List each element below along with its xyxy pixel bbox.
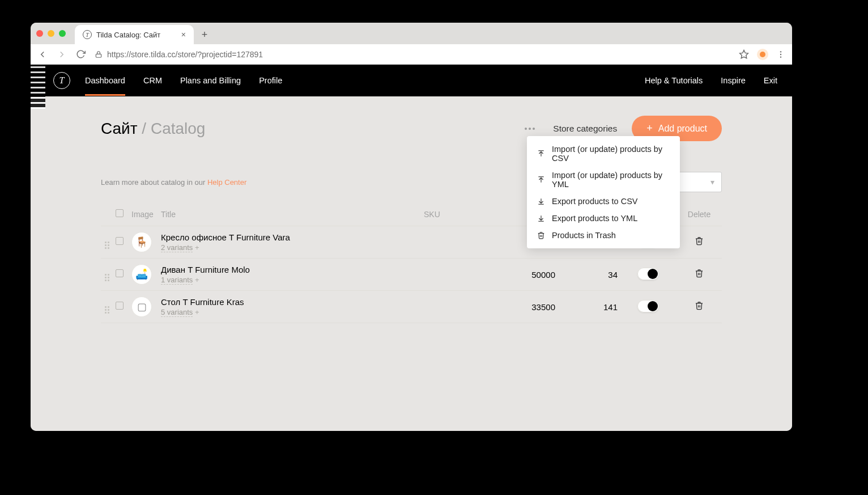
nav-right: Help & Tutorials Inspire Exit	[645, 76, 777, 85]
nav-crm[interactable]: CRM	[143, 66, 162, 95]
svg-point-2	[780, 51, 781, 52]
product-variants[interactable]: 2 variants	[161, 243, 193, 252]
address-bar-right	[739, 49, 785, 60]
nav-plans[interactable]: Plans and Billing	[180, 66, 241, 95]
dd-import-yml[interactable]: Import (or update) products by YML	[527, 167, 680, 193]
window-controls	[36, 23, 75, 44]
help-center-link[interactable]: Help Center	[207, 178, 246, 187]
col-image: Image	[129, 205, 159, 226]
extension-icon[interactable]	[757, 49, 768, 60]
add-variant-icon[interactable]: +	[193, 276, 199, 284]
dd-label: Products in Trash	[552, 231, 616, 240]
learn-prefix: Learn more about catalog in our	[101, 178, 207, 187]
chevron-down-icon: ▾	[710, 177, 714, 187]
product-thumb[interactable]: 🛋️	[131, 264, 152, 285]
product-variants[interactable]: 5 variants	[161, 308, 193, 317]
star-icon[interactable]	[739, 49, 749, 60]
product-price: 33500	[490, 291, 558, 323]
maximize-window-icon[interactable]	[59, 30, 66, 37]
svg-rect-0	[96, 54, 101, 57]
dd-export-yml[interactable]: Export products to YML	[527, 210, 680, 227]
browser-window: T Tilda Catalog: Сайт × + https://store.…	[31, 23, 792, 431]
close-window-icon[interactable]	[36, 30, 43, 37]
address-bar: https://store.tilda.cc/store/?projectid=…	[31, 44, 792, 65]
delete-button[interactable]	[695, 236, 704, 246]
page: Сайт / Catalog Store categories + Add pr…	[31, 96, 792, 323]
product-qty: 141	[558, 291, 620, 323]
url-field[interactable]: https://store.tilda.cc/store/?projectid=…	[95, 50, 730, 59]
col-title: Title	[159, 205, 422, 226]
product-price: 50000	[490, 259, 558, 291]
dd-label: Import (or update) products by YML	[552, 171, 670, 189]
drag-handle[interactable]	[101, 259, 113, 291]
tab-title: Tilda Catalog: Сайт	[96, 31, 160, 39]
row-checkbox[interactable]	[116, 269, 124, 277]
store-categories-link[interactable]: Store categories	[553, 124, 617, 134]
select-all-checkbox[interactable]	[116, 209, 124, 217]
drag-handle[interactable]	[101, 226, 113, 259]
plus-icon: +	[646, 122, 653, 134]
trash-icon	[537, 231, 545, 239]
more-menu-button[interactable]	[521, 124, 538, 133]
add-variant-icon[interactable]: +	[193, 243, 199, 252]
nav-profile[interactable]: Profile	[259, 66, 282, 95]
breadcrumb-section: Catalog	[151, 120, 206, 137]
view-toggle[interactable]	[637, 300, 659, 312]
dd-trash[interactable]: Products in Trash	[527, 227, 680, 244]
learn-more: Learn more about catalog in our Help Cen…	[101, 178, 246, 187]
breadcrumb-site[interactable]: Сайт	[101, 120, 138, 137]
dd-import-csv[interactable]: Import (or update) products by CSV	[527, 141, 680, 167]
product-title[interactable]: Стол T Furniture Kras	[161, 297, 419, 307]
site: T Dashboard CRM Plans and Billing Profil…	[31, 65, 792, 431]
upload-icon	[537, 176, 545, 184]
view-toggle[interactable]	[637, 268, 659, 280]
table-row: 🛋️ Диван T Furniture Molo 1 variants + 5…	[101, 259, 722, 291]
dd-export-csv[interactable]: Export products to CSV	[527, 193, 680, 210]
nav-forward-icon[interactable]	[57, 49, 67, 60]
tab-strip: T Tilda Catalog: Сайт × +	[31, 23, 792, 44]
delete-button[interactable]	[695, 301, 704, 310]
drag-handle[interactable]	[101, 291, 113, 323]
nav-help[interactable]: Help & Tutorials	[645, 76, 703, 85]
nav-back-icon[interactable]	[37, 49, 48, 60]
breadcrumb: Сайт / Catalog	[101, 120, 205, 138]
breadcrumb-sep: /	[142, 120, 151, 137]
decorative-stripe	[31, 65, 45, 109]
product-qty: 34	[558, 259, 620, 291]
product-sku	[422, 291, 490, 323]
dd-label: Import (or update) products by CSV	[552, 145, 670, 163]
add-product-label: Add product	[658, 124, 707, 134]
row-checkbox[interactable]	[116, 237, 124, 245]
logo-icon[interactable]: T	[53, 72, 70, 89]
download-icon	[537, 214, 545, 222]
minimize-window-icon[interactable]	[48, 30, 54, 37]
nav-exit[interactable]: Exit	[764, 76, 777, 85]
row-checkbox[interactable]	[116, 302, 124, 310]
viewport: T Tilda Catalog: Сайт × + https://store.…	[0, 0, 868, 495]
col-delete: Delete	[676, 205, 722, 226]
new-tab-button[interactable]: +	[196, 26, 213, 43]
svg-point-4	[780, 56, 781, 57]
table-row: ▢ Стол T Furniture Kras 5 variants + 335…	[101, 291, 722, 323]
nav-inspire[interactable]: Inspire	[721, 76, 746, 85]
nav-links: Dashboard CRM Plans and Billing Profile	[85, 66, 282, 95]
product-title[interactable]: Диван T Furniture Molo	[161, 265, 419, 274]
browser-menu-icon[interactable]	[776, 50, 785, 59]
add-variant-icon[interactable]: +	[193, 308, 199, 316]
lock-icon	[95, 50, 103, 58]
nav-reload-icon[interactable]	[76, 49, 86, 59]
product-sku	[422, 226, 490, 259]
more-dropdown: Import (or update) products by CSV Impor…	[527, 136, 680, 248]
url-text: https://store.tilda.cc/store/?projectid=…	[107, 50, 263, 59]
browser-tab[interactable]: T Tilda Catalog: Сайт ×	[75, 25, 194, 44]
product-thumb[interactable]: ▢	[131, 297, 152, 317]
product-title[interactable]: Кресло офисное T Furniture Vara	[161, 232, 419, 242]
product-variants[interactable]: 1 variants	[161, 276, 193, 285]
product-thumb[interactable]: 🪑	[131, 232, 152, 252]
close-tab-icon[interactable]: ×	[181, 30, 186, 39]
nav-dashboard[interactable]: Dashboard	[85, 66, 125, 95]
delete-button[interactable]	[695, 269, 704, 278]
favicon-icon: T	[83, 30, 92, 39]
dd-label: Export products to YML	[552, 214, 637, 223]
page-header: Сайт / Catalog Store categories + Add pr…	[101, 96, 722, 157]
